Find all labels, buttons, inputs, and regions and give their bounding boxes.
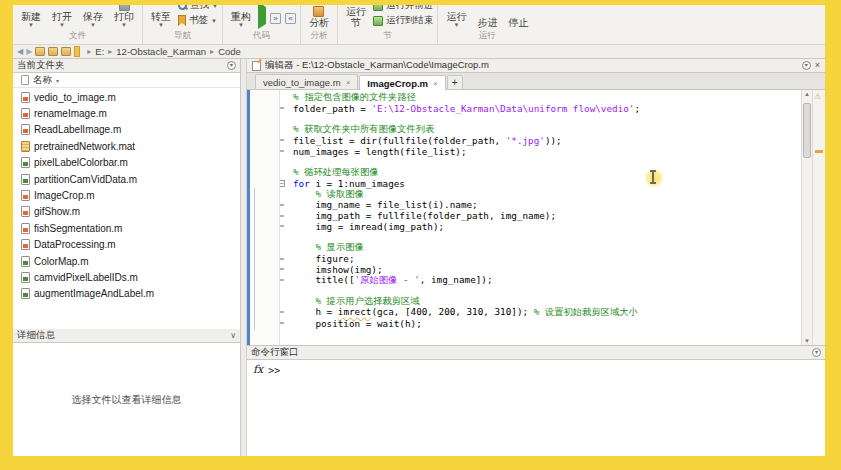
- breakpoint-alley[interactable]: [280, 204, 293, 206]
- run-script-button[interactable]: [258, 7, 266, 25]
- forward-icon[interactable]: ▶: [26, 47, 32, 56]
- code-line[interactable]: 2folder_path = 'E:\12-Obstacle_Karman\Da…: [280, 103, 801, 114]
- script-file-icon: [21, 92, 30, 103]
- tab-ImageCrop.m[interactable]: ImageCrop.m×: [359, 75, 445, 90]
- file-item[interactable]: camvidPixelLabelIDs.m: [13, 269, 240, 285]
- scroll-up-icon[interactable]: ▲: [802, 91, 812, 97]
- current-folder-title: 当前文件夹: [17, 59, 65, 72]
- tab-vedio_to_image.m[interactable]: vedio_to_image.m×: [255, 74, 358, 89]
- command-prompt[interactable]: >>: [268, 363, 280, 376]
- code-line[interactable]: 18 title(['原始图像 - ', img_name]);: [280, 275, 801, 286]
- code-line[interactable]: 16 figure;: [280, 253, 801, 264]
- editor-scrollbar[interactable]: ▲ ▼: [801, 90, 812, 345]
- panel-menu-icon[interactable]: ▾: [227, 61, 236, 70]
- file-item[interactable]: pixelLabelColorbar.m: [13, 155, 240, 171]
- file-item[interactable]: ReadLabelImage.m: [13, 122, 240, 138]
- breakpoint-alley[interactable]: [280, 311, 293, 313]
- browse-folder-icon[interactable]: [48, 47, 58, 56]
- code-line[interactable]: 8% 循环处理每张图像: [280, 167, 801, 178]
- breakpoint-alley[interactable]: [280, 215, 293, 217]
- file-item[interactable]: ColorMap.m: [13, 253, 240, 269]
- run-section-button[interactable]: 运行节: [342, 5, 370, 29]
- indent-button[interactable]: »: [270, 7, 281, 25]
- code-line[interactable]: 15 % 显示图像: [280, 243, 801, 254]
- breadcrumb-item[interactable]: E:: [95, 46, 104, 57]
- breakpoint-alley[interactable]: [280, 279, 293, 281]
- folder-stack-icon[interactable]: [61, 47, 71, 56]
- editor-menu-icon[interactable]: ▾: [802, 61, 811, 70]
- breadcrumb[interactable]: ▸E:▸12-Obstacle_Karman▸Code: [87, 46, 241, 57]
- file-name: camvidPixelLabelIDs.m: [34, 272, 138, 283]
- bookmark-button[interactable]: 书签▼: [178, 14, 218, 27]
- editor-close-icon[interactable]: ×: [815, 61, 820, 70]
- code-text: img_path = fullfile(folder_path, img_nam…: [293, 210, 801, 221]
- file-item[interactable]: partitionCamVidData.m: [13, 171, 240, 187]
- scrollbar-thumb[interactable]: [803, 103, 811, 158]
- run-script-icon: [258, 5, 266, 29]
- file-item[interactable]: gifShow.m: [13, 204, 240, 220]
- script-file-icon: [21, 223, 30, 234]
- open-button[interactable]: 打开▼: [48, 10, 76, 29]
- code-line[interactable]: 10 % 读取图像: [280, 189, 801, 200]
- breakpoint-alley[interactable]: [280, 150, 293, 152]
- text-cursor-icon: [652, 171, 654, 183]
- breakpoint-alley[interactable]: [280, 268, 293, 270]
- message-indicator-bar[interactable]: ⚠: [812, 90, 825, 345]
- new-button[interactable]: 新建▼: [17, 10, 45, 29]
- find-button[interactable]: 查找▼: [178, 5, 218, 12]
- save-button[interactable]: 保存▼: [79, 10, 107, 29]
- breadcrumb-item[interactable]: Code: [218, 46, 241, 57]
- breakpoint-alley[interactable]: [280, 322, 293, 324]
- warning-marker[interactable]: [815, 150, 823, 153]
- run-button[interactable]: 运行▼: [442, 10, 470, 29]
- file-item[interactable]: augmentImageAndLabel.m: [13, 286, 240, 302]
- new-tab-button[interactable]: +: [447, 75, 463, 89]
- code-line[interactable]: 12 img_path = fullfile(folder_path, img_…: [280, 210, 801, 221]
- details-titlebar[interactable]: 详细信息 ∨: [13, 329, 240, 343]
- command-window-menu-icon[interactable]: ▾: [812, 348, 821, 357]
- file-item[interactable]: renameImage.m: [13, 105, 240, 121]
- code-lines[interactable]: 1% 指定包含图像的文件夹路径2folder_path = 'E:\12-Obs…: [280, 90, 801, 345]
- back-icon[interactable]: ◀: [17, 47, 23, 56]
- goto-button[interactable]: 转至▼: [147, 10, 175, 29]
- breakpoint-alley[interactable]: [280, 139, 293, 141]
- code-line[interactable]: 1% 指定包含图像的文件夹路径: [280, 92, 801, 103]
- analyze-button[interactable]: 分析: [305, 5, 333, 29]
- run-and-advance-button[interactable]: 运行并前进: [373, 5, 434, 12]
- code-line[interactable]: 22 position = wait(h);: [280, 318, 801, 329]
- folder-up-icon[interactable]: [35, 47, 45, 56]
- tab-close-icon[interactable]: ×: [433, 79, 438, 88]
- breadcrumb-item[interactable]: 12-Obstacle_Karman: [116, 46, 206, 57]
- breakpoint-alley[interactable]: [280, 258, 293, 260]
- print-button[interactable]: 打印▼: [110, 5, 138, 29]
- breadcrumb-separator-icon: ▸: [87, 47, 91, 56]
- code-line[interactable]: 23: [280, 329, 801, 340]
- file-item[interactable]: fishSegmentation.m: [13, 220, 240, 236]
- scroll-down-icon[interactable]: ▼: [802, 338, 812, 344]
- code-line[interactable]: 11 img_name = file_list(i).name;: [280, 200, 801, 211]
- stop-button[interactable]: 停止: [504, 16, 532, 29]
- breakpoint-alley[interactable]: −: [280, 180, 293, 187]
- breakpoint-alley[interactable]: [280, 107, 293, 109]
- code-line[interactable]: 5file_list = dir(fullfile(folder_path, '…: [280, 135, 801, 146]
- refactor-button[interactable]: 重构▼: [227, 10, 255, 29]
- code-area[interactable]: 1% 指定包含图像的文件夹路径2folder_path = 'E:\12-Obs…: [247, 90, 825, 345]
- file-item[interactable]: pretrainedNetwork.mat: [13, 138, 240, 154]
- outdent-button[interactable]: «: [285, 7, 296, 25]
- name-column-header[interactable]: 名称 ▾: [13, 73, 240, 88]
- command-window-body[interactable]: fx >>: [247, 360, 825, 456]
- step-button[interactable]: 步进: [473, 16, 501, 29]
- code-line[interactable]: 6num_images = length(file_list);: [280, 146, 801, 157]
- code-line[interactable]: 21 h = imrect(gca, [400, 200, 310, 310])…: [280, 307, 801, 318]
- file-item[interactable]: ImageCrop.m: [13, 187, 240, 203]
- file-item[interactable]: vedio_to_image.m: [13, 89, 240, 105]
- code-fold-icon[interactable]: −: [280, 180, 285, 187]
- run-to-end-button[interactable]: 运行到结束: [373, 14, 434, 27]
- code-line[interactable]: 4% 获取文件夹中所有图像文件列表: [280, 124, 801, 135]
- breakpoint-alley[interactable]: [280, 225, 293, 227]
- file-item[interactable]: DataProcessing.m: [13, 237, 240, 253]
- tab-close-icon[interactable]: ×: [346, 78, 351, 87]
- code-line[interactable]: 13 img = imread(img_path);: [280, 221, 801, 232]
- chevron-down-icon[interactable]: ∨: [230, 331, 236, 340]
- warning-icon[interactable]: ⚠: [814, 92, 821, 101]
